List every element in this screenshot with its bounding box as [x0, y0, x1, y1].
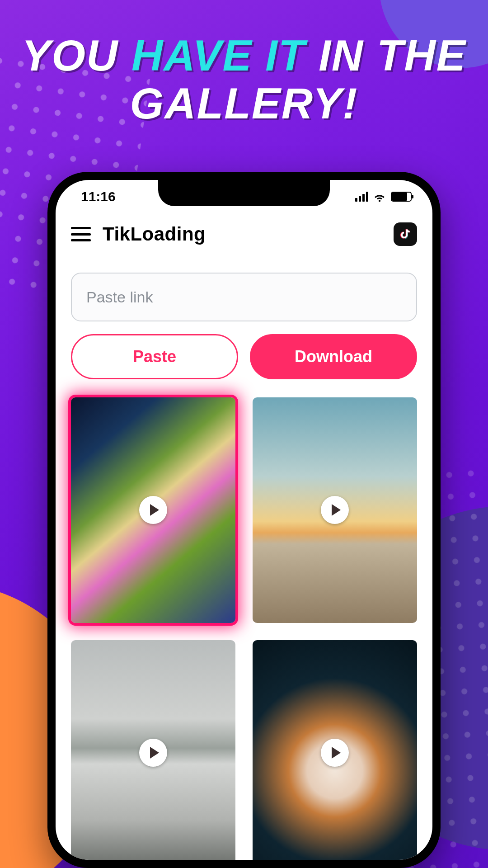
paste-button[interactable]: Paste	[71, 334, 238, 379]
play-icon	[139, 739, 167, 767]
app-bar: TikLoading	[56, 213, 432, 257]
video-thumb[interactable]	[253, 397, 417, 623]
battery-icon	[391, 192, 412, 202]
link-input[interactable]	[71, 273, 417, 321]
status-icons	[355, 191, 412, 203]
phone-notch	[158, 180, 330, 206]
play-icon	[139, 496, 167, 524]
tiktok-icon	[399, 227, 412, 241]
wifi-icon	[374, 191, 385, 203]
cellular-icon	[355, 192, 368, 202]
status-time: 11:16	[81, 189, 116, 204]
play-icon	[321, 739, 349, 767]
button-row: Paste Download	[71, 334, 417, 379]
gallery-grid	[71, 397, 417, 860]
headline-part: YOU	[22, 31, 131, 80]
video-thumb[interactable]	[71, 640, 235, 860]
tiktok-button[interactable]	[394, 222, 417, 246]
video-thumb[interactable]	[253, 640, 417, 860]
content-area: Paste Download	[56, 257, 432, 860]
promo-background: YOU HAVE IT IN THE GALLERY! 11:16 TikLoa…	[0, 0, 488, 868]
menu-icon[interactable]	[71, 227, 91, 241]
phone-screen: 11:16 TikLoading	[56, 180, 432, 860]
promo-headline: YOU HAVE IT IN THE GALLERY!	[0, 32, 488, 127]
app-title: TikLoading	[103, 223, 382, 245]
download-button[interactable]: Download	[250, 334, 417, 379]
headline-accent: HAVE IT	[131, 31, 306, 80]
phone-frame: 11:16 TikLoading	[47, 172, 441, 868]
play-icon	[321, 496, 349, 524]
video-thumb[interactable]	[71, 397, 235, 623]
